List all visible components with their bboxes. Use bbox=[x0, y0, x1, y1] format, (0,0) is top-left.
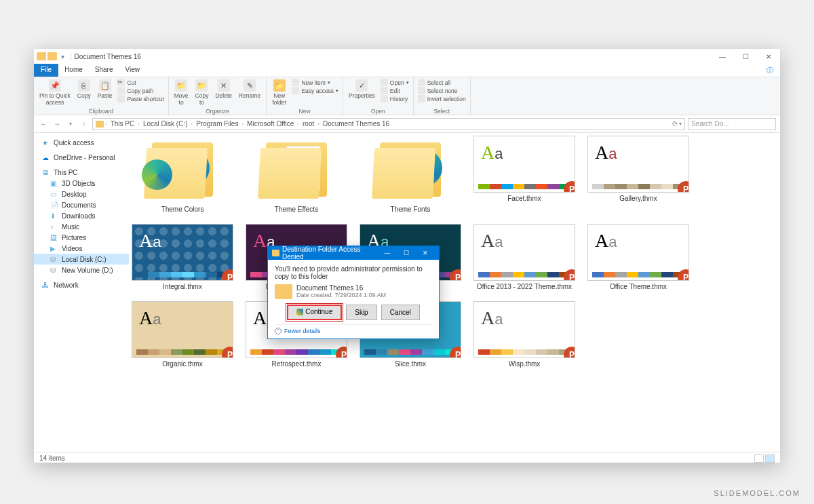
crumb-programfiles[interactable]: Program Files bbox=[194, 120, 240, 128]
folder-icon bbox=[96, 121, 104, 128]
crumb-msoffice[interactable]: Microsoft Office bbox=[245, 120, 296, 128]
cancel-button[interactable]: Cancel bbox=[381, 305, 420, 320]
theme-file-item[interactable]: Aa P Gallery.thmx bbox=[587, 136, 689, 213]
up-button[interactable]: ↑ bbox=[79, 120, 90, 128]
new-item-button[interactable]: New item▾ bbox=[292, 79, 338, 86]
theme-file-item[interactable]: Aa P Wisp.thmx bbox=[473, 301, 575, 368]
folder-icon bbox=[47, 52, 57, 60]
sidebar-this-pc[interactable]: 🖥This PC bbox=[34, 167, 129, 178]
folder-label: Theme Effects bbox=[275, 206, 318, 213]
help-icon[interactable]: ⓘ bbox=[760, 64, 780, 77]
open-group-label: Open bbox=[371, 108, 385, 115]
home-tab[interactable]: Home bbox=[58, 64, 89, 77]
invert-selection-button[interactable]: Invert selection bbox=[418, 95, 466, 102]
sidebar-onedrive[interactable]: ☁OneDrive - Personal bbox=[34, 152, 129, 163]
share-tab[interactable]: Share bbox=[89, 64, 119, 77]
easy-access-button[interactable]: Easy access▾ bbox=[292, 87, 338, 94]
crumb-themes16[interactable]: Document Themes 16 bbox=[321, 120, 391, 128]
theme-label: Retrospect.thmx bbox=[272, 360, 322, 368]
crumb-thispc[interactable]: This PC bbox=[109, 120, 137, 128]
breadcrumb[interactable]: › This PC› Local Disk (C:)› Program File… bbox=[92, 118, 685, 130]
theme-file-item[interactable]: Aa P Office Theme.thmx bbox=[587, 224, 689, 290]
copy-button[interactable]: ⎘Copy bbox=[76, 79, 92, 100]
history-button[interactable]: History bbox=[381, 95, 409, 102]
copy-path-button[interactable]: Copy path bbox=[117, 87, 163, 94]
powerpoint-icon: P bbox=[564, 269, 575, 281]
sidebar-desktop[interactable]: ▭Desktop bbox=[34, 189, 129, 199]
powerpoint-icon: P bbox=[222, 347, 233, 358]
fewer-details-button[interactable]: ⌃ Fewer details bbox=[275, 324, 432, 334]
minimize-button[interactable]: — bbox=[711, 49, 734, 64]
theme-file-item[interactable]: Aa P Office 2013 - 2022 Theme.thmx bbox=[473, 224, 575, 290]
sidebar-local-disk-c[interactable]: ⛁Local Disk (C:) bbox=[34, 254, 129, 265]
organize-group-label: Organize bbox=[206, 108, 229, 115]
refresh-button[interactable]: ⟳ bbox=[672, 120, 678, 128]
sidebar: ★Quick access ☁OneDrive - Personal 🖥This… bbox=[34, 133, 129, 452]
move-to-button[interactable]: 📁Move to bbox=[173, 79, 190, 106]
sidebar-network[interactable]: 🖧Network bbox=[34, 279, 129, 290]
sidebar-videos[interactable]: ▶Videos bbox=[34, 243, 129, 254]
copy-to-button[interactable]: 📁Copy to bbox=[194, 79, 210, 106]
sidebar-new-volume-d[interactable]: ⛁New Volume (D:) bbox=[34, 265, 129, 275]
powerpoint-icon: P bbox=[222, 269, 233, 281]
search-input[interactable]: Search Do... bbox=[688, 118, 776, 130]
recent-button[interactable]: ▾ bbox=[65, 121, 76, 127]
sidebar-music[interactable]: ♪Music bbox=[34, 221, 129, 232]
paste-shortcut-button[interactable]: Paste shortcut bbox=[117, 95, 163, 102]
theme-file-item[interactable]: Aa P Integral.thmx bbox=[132, 224, 233, 290]
folder-item[interactable]: Theme Effects bbox=[246, 136, 347, 213]
skip-button[interactable]: Skip bbox=[346, 305, 376, 320]
maximize-button[interactable]: ☐ bbox=[734, 49, 757, 64]
powerpoint-icon: P bbox=[336, 347, 347, 358]
item-count: 14 items bbox=[39, 454, 65, 462]
thumbnail-view-button[interactable] bbox=[765, 454, 775, 463]
back-button[interactable]: ← bbox=[38, 120, 49, 128]
sidebar-documents[interactable]: 📄Documents bbox=[34, 199, 129, 210]
dialog-folder-name: Document Themes 16 bbox=[296, 284, 386, 292]
theme-label: Organic.thmx bbox=[162, 360, 202, 368]
new-group-label: New bbox=[299, 108, 311, 115]
down-chevron-icon[interactable]: ▾ bbox=[61, 53, 64, 60]
sidebar-3d-objects[interactable]: ▣3D Objects bbox=[34, 178, 129, 189]
close-button[interactable]: ✕ bbox=[757, 49, 780, 64]
view-tab[interactable]: View bbox=[119, 64, 147, 77]
select-none-button[interactable]: Select none bbox=[418, 87, 466, 94]
rename-button[interactable]: ✎Rename bbox=[237, 79, 262, 100]
sidebar-pictures[interactable]: 🖼Pictures bbox=[34, 232, 129, 243]
delete-button[interactable]: ✕Delete bbox=[214, 79, 233, 100]
details-view-button[interactable] bbox=[754, 454, 764, 463]
theme-file-item[interactable]: Aa P Facet.thmx bbox=[473, 136, 575, 213]
sidebar-quick-access[interactable]: ★Quick access bbox=[34, 137, 129, 148]
menu-tabs: File Home Share View ⓘ bbox=[34, 64, 780, 77]
paste-button[interactable]: 📋Paste bbox=[96, 79, 114, 100]
properties-button[interactable]: ✓Properties bbox=[347, 79, 376, 100]
continue-button[interactable]: Continue bbox=[287, 305, 342, 320]
open-button[interactable]: Open▾ bbox=[381, 79, 409, 86]
forward-button[interactable]: → bbox=[52, 120, 62, 128]
file-tab[interactable]: File bbox=[34, 64, 58, 77]
powerpoint-icon: P bbox=[450, 269, 461, 281]
folder-item[interactable]: Theme Colors bbox=[132, 136, 233, 213]
theme-label: Integral.thmx bbox=[163, 283, 202, 290]
folder-item[interactable]: Theme Fonts bbox=[360, 136, 461, 213]
cut-button[interactable]: ✂Cut bbox=[117, 79, 163, 86]
ribbon: 📌Pin to Quick access ⎘Copy 📋Paste ✂Cut C… bbox=[34, 77, 780, 115]
dialog-maximize[interactable]: ☐ bbox=[397, 250, 416, 256]
dialog-minimize[interactable]: — bbox=[378, 250, 397, 256]
theme-label: Facet.thmx bbox=[507, 195, 541, 202]
edit-button[interactable]: Edit bbox=[381, 87, 409, 94]
new-folder-button[interactable]: 📁New folder bbox=[271, 79, 288, 106]
attribution: SLIDEMODEL.COM bbox=[714, 489, 800, 497]
dropdown-button[interactable]: ▾ bbox=[679, 121, 682, 127]
theme-file-item[interactable]: Aa P Organic.thmx bbox=[132, 301, 233, 368]
uac-shield-icon bbox=[296, 309, 303, 315]
sidebar-downloads[interactable]: ⬇Downloads bbox=[34, 210, 129, 221]
powerpoint-icon: P bbox=[678, 269, 689, 281]
pin-quickaccess-button[interactable]: 📌Pin to Quick access bbox=[38, 79, 72, 106]
powerpoint-icon: P bbox=[450, 347, 461, 358]
crumb-c[interactable]: Local Disk (C:) bbox=[141, 120, 190, 128]
select-all-button[interactable]: Select all bbox=[418, 79, 466, 86]
theme-label: Office 2013 - 2022 Theme.thmx bbox=[477, 283, 572, 290]
crumb-root[interactable]: root bbox=[301, 120, 316, 128]
dialog-close[interactable]: ✕ bbox=[416, 250, 435, 256]
